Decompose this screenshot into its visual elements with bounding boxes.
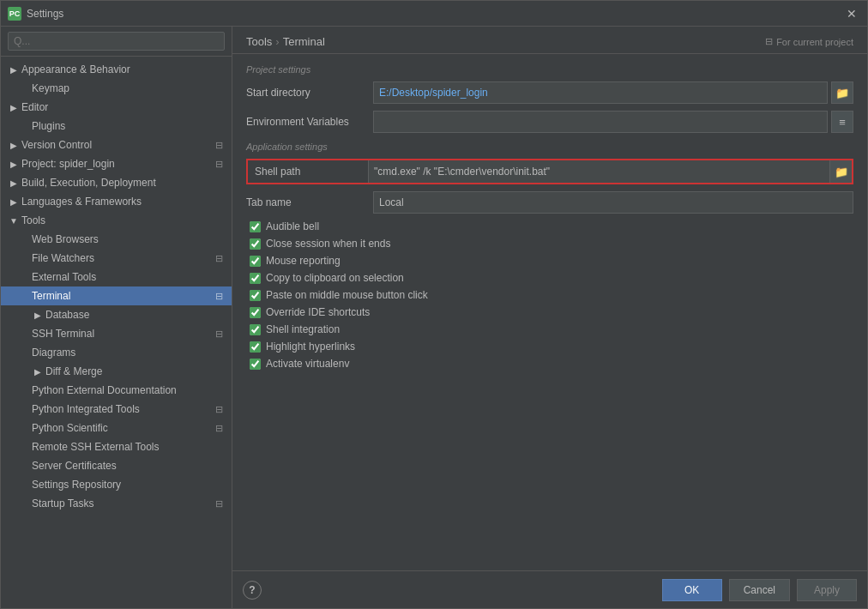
arrow-icon: ▶ <box>8 63 20 75</box>
checkbox-label-audible-bell: Audible bell <box>266 220 319 232</box>
footer: ? OK Cancel Apply <box>232 570 867 608</box>
arrow-icon: ▼ <box>8 214 20 226</box>
start-directory-browse-btn[interactable]: 📁 <box>831 81 853 104</box>
sidebar-item-server-certs[interactable]: Server Certificates <box>1 456 232 475</box>
project-icon: ⊟ <box>213 158 225 170</box>
sidebar-item-label: Settings Repository <box>32 479 225 491</box>
tab-name-input[interactable] <box>373 191 853 214</box>
panel-body: Project settings Start directory 📁 Envir… <box>232 54 867 570</box>
checkbox-shell-integration[interactable] <box>250 324 261 335</box>
env-variables-label: Environment Variables <box>246 116 366 128</box>
sidebar-item-web-browsers[interactable]: Web Browsers <box>1 230 232 249</box>
arrow-icon: ▶ <box>8 177 20 189</box>
ok-button[interactable]: OK <box>662 579 722 601</box>
checkbox-row-shell-integration: Shell integration <box>246 323 853 335</box>
sidebar-item-label: Terminal <box>32 290 213 302</box>
checkbox-highlight-hyperlinks[interactable] <box>250 341 261 353</box>
checkbox-mouse-reporting[interactable] <box>250 256 261 267</box>
checkbox-activate-virtualenv[interactable] <box>250 359 261 370</box>
close-button[interactable]: ✕ <box>843 5 860 22</box>
sidebar-item-ssh-terminal[interactable]: SSH Terminal ⊟ <box>1 324 232 343</box>
env-variables-edit-btn[interactable]: ≡ <box>831 111 853 133</box>
python-int-icon: ⊟ <box>213 403 225 415</box>
breadcrumb-part2: Terminal <box>283 35 325 48</box>
app-settings-section: Application settings <box>246 142 853 152</box>
sidebar-item-label: Appearance & Behavior <box>21 63 225 75</box>
sidebar-item-database[interactable]: ▶ Database <box>1 305 232 324</box>
sidebar-item-tools[interactable]: ▼ Tools <box>1 211 232 230</box>
search-input[interactable] <box>8 32 225 51</box>
arrow-icon: ▶ <box>32 309 44 321</box>
env-variables-row: Environment Variables ≡ <box>246 111 853 133</box>
sidebar-item-diff-merge[interactable]: ▶ Diff & Merge <box>1 362 232 381</box>
sidebar-item-label: Version Control <box>21 139 213 151</box>
window-title: Settings <box>27 8 843 20</box>
start-directory-label: Start directory <box>246 87 366 99</box>
sidebar-item-build[interactable]: ▶ Build, Execution, Deployment <box>1 173 232 192</box>
shell-path-input[interactable] <box>368 160 829 183</box>
shell-path-browse-btn[interactable]: 📁 <box>829 160 852 183</box>
checkbox-override-ide[interactable] <box>250 307 261 318</box>
start-directory-input-wrap: 📁 <box>373 81 853 104</box>
checkbox-row-close-session: Close session when it ends <box>246 238 853 250</box>
sidebar-item-plugins[interactable]: Plugins <box>1 117 232 136</box>
footer-actions: OK Cancel Apply <box>662 579 857 601</box>
terminal-icon: ⊟ <box>213 290 225 302</box>
env-variables-input[interactable] <box>373 111 828 133</box>
checkbox-copy-clipboard[interactable] <box>250 273 261 284</box>
sidebar-item-label: Build, Execution, Deployment <box>21 177 225 189</box>
project-settings-title: Project settings <box>246 64 853 75</box>
sidebar-item-label: Python Scientific <box>32 422 213 434</box>
sidebar-item-python-integrated[interactable]: Python Integrated Tools ⊟ <box>1 400 232 419</box>
checkbox-paste-middle[interactable] <box>250 290 261 301</box>
sidebar: ▶ Appearance & Behavior Keymap ▶ Editor … <box>1 27 232 608</box>
checkbox-row-copy-clipboard: Copy to clipboard on selection <box>246 272 853 284</box>
for-project-label: For current project <box>776 37 853 47</box>
for-project-link[interactable]: ⊟ For current project <box>765 36 853 47</box>
checkbox-row-audible-bell: Audible bell <box>246 220 853 232</box>
startup-icon: ⊟ <box>213 497 225 510</box>
checkbox-label-override-ide: Override IDE shortcuts <box>266 306 370 318</box>
shell-path-label: Shell path <box>248 163 368 180</box>
sidebar-item-file-watchers[interactable]: File Watchers ⊟ <box>1 249 232 268</box>
apply-button[interactable]: Apply <box>797 579 857 601</box>
checkbox-row-mouse-reporting: Mouse reporting <box>246 255 853 267</box>
sidebar-item-project[interactable]: ▶ Project: spider_login ⊟ <box>1 154 232 173</box>
sidebar-item-appearance[interactable]: ▶ Appearance & Behavior <box>1 60 232 79</box>
main-content: ▶ Appearance & Behavior Keymap ▶ Editor … <box>1 27 867 608</box>
sidebar-item-label: Project: spider_login <box>21 158 213 170</box>
arrow-icon: ▶ <box>8 139 20 151</box>
help-button[interactable]: ? <box>243 581 262 600</box>
sidebar-item-diagrams[interactable]: Diagrams <box>1 343 232 362</box>
sidebar-item-label: Python External Documentation <box>32 384 225 396</box>
right-panel: Tools › Terminal ⊟ For current project P… <box>232 27 867 608</box>
sidebar-item-external-tools[interactable]: External Tools <box>1 268 232 286</box>
sidebar-list: ▶ Appearance & Behavior Keymap ▶ Editor … <box>1 57 232 608</box>
sidebar-item-editor[interactable]: ▶ Editor <box>1 98 232 117</box>
sidebar-item-startup-tasks[interactable]: Startup Tasks ⊟ <box>1 494 232 513</box>
start-directory-input[interactable] <box>373 81 828 104</box>
breadcrumb: Tools › Terminal <box>246 35 325 48</box>
sidebar-item-python-scientific[interactable]: Python Scientific ⊟ <box>1 419 232 437</box>
app-icon: PC <box>8 7 21 21</box>
sidebar-item-terminal[interactable]: Terminal ⊟ <box>1 286 232 305</box>
sidebar-item-remote-ssh[interactable]: Remote SSH External Tools <box>1 437 232 456</box>
sidebar-item-label: Plugins <box>32 120 225 132</box>
breadcrumb-separator: › <box>275 35 279 48</box>
vcs-icon: ⊟ <box>213 139 225 151</box>
sidebar-item-settings-repo[interactable]: Settings Repository <box>1 475 232 494</box>
sidebar-item-python-ext-doc[interactable]: Python External Documentation <box>1 381 232 400</box>
folder-icon: 📁 <box>835 166 848 178</box>
cancel-button[interactable]: Cancel <box>729 579 790 601</box>
checkbox-close-session[interactable] <box>250 238 261 250</box>
sidebar-item-languages[interactable]: ▶ Languages & Frameworks <box>1 192 232 211</box>
checkbox-label-highlight-hyperlinks: Highlight hyperlinks <box>266 341 355 353</box>
sidebar-item-label: Server Certificates <box>32 460 225 472</box>
sidebar-item-version-control[interactable]: ▶ Version Control ⊟ <box>1 136 232 154</box>
sidebar-item-label: File Watchers <box>32 252 213 264</box>
breadcrumb-part1: Tools <box>246 35 272 48</box>
python-sci-icon: ⊟ <box>213 422 225 434</box>
sidebar-item-keymap[interactable]: Keymap <box>1 79 232 98</box>
checkbox-audible-bell[interactable] <box>250 221 261 232</box>
checkbox-row-activate-virtualenv: Activate virtualenv <box>246 358 853 370</box>
